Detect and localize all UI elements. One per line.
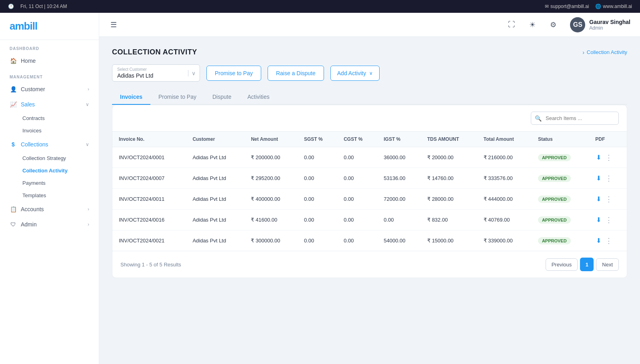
cell-sgst: 0.00 (298, 168, 337, 189)
sidebar-section-dashboard: DASHBOARD (0, 40, 99, 53)
customer-select[interactable]: Select Customer Adidas Pvt Ltd ∨ (112, 64, 200, 82)
sidebar-sub-item-contracts[interactable]: Contracts (0, 112, 99, 124)
page-number-1[interactable]: 1 (580, 258, 594, 271)
home-icon: 🏠 (10, 57, 17, 64)
fullscreen-button[interactable]: ⛶ (504, 18, 519, 32)
cell-sgst: 0.00 (298, 189, 337, 210)
col-pdf: PDF (589, 132, 627, 147)
row-menu-button[interactable]: ⋮ (605, 236, 612, 245)
cell-cgst: 0.00 (337, 189, 377, 210)
sidebar-item-home[interactable]: 🏠 Home (0, 53, 99, 68)
admin-icon: 🛡 (10, 221, 17, 228)
prev-page-button[interactable]: Previous (546, 258, 578, 271)
row-menu-button[interactable]: ⋮ (605, 153, 612, 162)
cell-sgst: 0.00 (298, 230, 337, 251)
tab-activities[interactable]: Activities (239, 90, 277, 105)
download-pdf-button[interactable]: ⬇ (595, 194, 602, 204)
sun-icon: ☀ (529, 20, 536, 29)
customer-select-value: Adidas Pvt Ltd (117, 72, 195, 79)
download-pdf-button[interactable]: ⬇ (595, 153, 602, 162)
cell-igst: 54000.00 (377, 230, 421, 251)
tab-invoices[interactable]: Invoices (112, 90, 150, 105)
chevron-right-icon: › (88, 86, 89, 92)
cell-sgst: 0.00 (298, 147, 337, 168)
raise-dispute-button[interactable]: Raise a Dispute (268, 66, 324, 81)
payments-label: Payments (22, 180, 46, 186)
sidebar-customer-label: Customer (21, 86, 45, 92)
tab-dispute[interactable]: Dispute (204, 90, 239, 105)
cell-invoice-no: INV/OCT2024/0016 (112, 210, 186, 230)
cell-net-amount: ₹ 400000.00 (244, 189, 298, 210)
cell-sgst: 0.00 (298, 210, 337, 230)
sidebar-sub-item-collection-strategy[interactable]: Collection Strategy (0, 152, 99, 164)
col-customer: Customer (186, 132, 244, 147)
collection-strategy-label: Collection Strategy (22, 155, 66, 161)
add-activity-label: Add Activity (337, 70, 366, 76)
next-page-button[interactable]: Next (596, 258, 619, 271)
sidebar-sales-label: Sales (21, 101, 35, 108)
cell-invoice-no: INV/OCT2024/0011 (112, 189, 186, 210)
col-invoice-no: Invoice No. (112, 132, 186, 147)
cell-total-amount: ₹ 216000.00 (477, 147, 532, 168)
cell-tds-amount: ₹ 15000.00 (421, 230, 477, 251)
topbar-email: ✉ support@ambill.ai (545, 4, 589, 9)
cell-pdf-actions: ⬇ ⋮ (589, 168, 627, 189)
row-menu-button[interactable]: ⋮ (605, 195, 612, 204)
cell-tds-amount: ₹ 20000.00 (421, 147, 477, 168)
header-user: GS Gaurav Singhal Admin (570, 17, 630, 32)
sales-icon: 📈 (10, 101, 17, 108)
globe-icon: 🌐 (595, 4, 601, 9)
header-user-name: Gaurav Singhal (589, 19, 630, 25)
accounts-icon: 📋 (10, 206, 17, 213)
hamburger-menu[interactable]: ☰ (109, 19, 118, 31)
cell-igst: 53136.00 (377, 168, 421, 189)
download-pdf-button[interactable]: ⬇ (595, 215, 602, 224)
col-tds-amount: TDS AMOUNT (421, 132, 477, 147)
header-bar: ☰ ⛶ ☀ ⚙ GS Gaurav Singhal Admin (99, 13, 640, 37)
col-status: Status (532, 132, 589, 147)
sidebar-item-accounts[interactable]: 📋 Accounts › (0, 202, 99, 217)
row-menu-button[interactable]: ⋮ (605, 174, 612, 183)
sidebar-item-admin[interactable]: 🛡 Admin › (0, 217, 99, 232)
sidebar-item-customer[interactable]: 👤 Customer › (0, 82, 99, 97)
tab-promise-to-pay[interactable]: Promise to Pay (150, 90, 204, 105)
sidebar-collections-label: Collections (21, 141, 48, 148)
sidebar-item-sales[interactable]: 📈 Sales ∨ (0, 97, 99, 112)
table-footer: Showing 1 - 5 of 5 Results Previous 1 Ne… (112, 251, 627, 278)
cell-status: APPROVED (532, 230, 589, 251)
table-header: Invoice No. Customer Net Amount SGST % C… (112, 132, 627, 147)
header-user-role: Admin (589, 25, 630, 31)
promise-to-pay-button[interactable]: Promise to Pay (206, 66, 261, 81)
cell-status: APPROVED (532, 210, 589, 230)
avatar-initials: GS (573, 21, 582, 28)
sidebar-item-collections[interactable]: $ Collections ∨ (0, 137, 99, 152)
cell-status: APPROVED (532, 189, 589, 210)
sidebar-sub-item-payments[interactable]: Payments (0, 177, 99, 189)
theme-button[interactable]: ☀ (525, 18, 540, 32)
table-toolbar: 🔍 (112, 105, 627, 132)
invoices-label: Invoices (22, 128, 42, 134)
sidebar-sub-item-invoices[interactable]: Invoices (0, 124, 99, 137)
status-badge: APPROVED (538, 196, 571, 203)
sidebar-logo: ambill (0, 13, 99, 40)
cell-invoice-no: INV/OCT2024/0021 (112, 230, 186, 251)
breadcrumb-item: Collection Activity (587, 49, 627, 55)
add-activity-button[interactable]: Add Activity ∨ (330, 66, 380, 81)
settings-button[interactable]: ⚙ (546, 18, 560, 32)
cell-total-amount: ₹ 339000.00 (477, 230, 532, 251)
download-pdf-button[interactable]: ⬇ (595, 174, 602, 183)
cell-igst: 0.00 (377, 210, 421, 230)
header-user-info: Gaurav Singhal Admin (589, 19, 630, 31)
search-input[interactable] (531, 112, 619, 125)
cell-tds-amount: ₹ 28000.00 (421, 189, 477, 210)
cell-pdf-actions: ⬇ ⋮ (589, 189, 627, 210)
row-menu-button[interactable]: ⋮ (605, 216, 612, 224)
topbar-website: 🌐 www.ambill.ai (595, 4, 632, 9)
cell-igst: 72000.00 (377, 189, 421, 210)
sidebar-sub-item-templates[interactable]: Templates (0, 189, 99, 202)
cell-pdf-actions: ⬇ ⋮ (589, 230, 627, 251)
download-pdf-button[interactable]: ⬇ (595, 236, 602, 245)
sidebar-sub-item-collection-activity[interactable]: Collection Activity (0, 164, 99, 177)
table-row: INV/OCT2024/0007 Adidas Pvt Ltd ₹ 295200… (112, 168, 627, 189)
cell-invoice-no: INV/OCT2024/0001 (112, 147, 186, 168)
